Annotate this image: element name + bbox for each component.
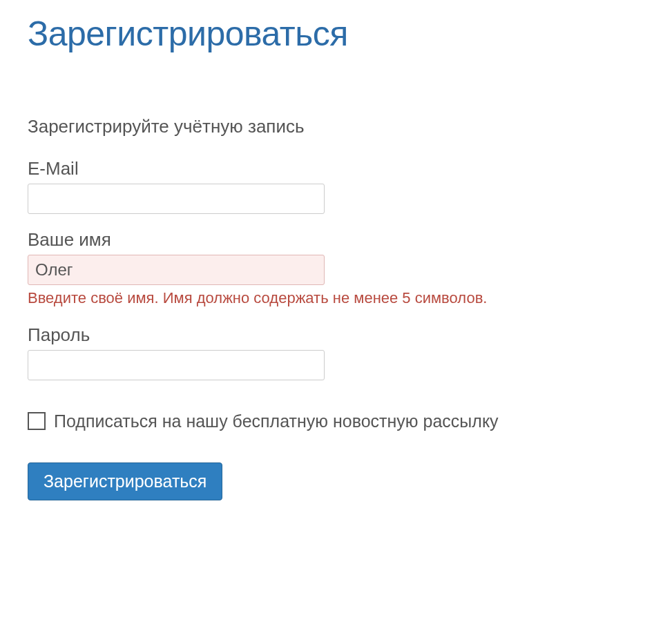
- email-label: E-Mail: [28, 158, 635, 179]
- name-label: Ваше имя: [28, 229, 635, 251]
- newsletter-checkbox[interactable]: [28, 412, 46, 430]
- email-field-group: E-Mail: [28, 158, 635, 214]
- email-input[interactable]: [28, 184, 325, 214]
- form-subheading: Зарегистрируйте учётную запись: [28, 116, 635, 137]
- submit-button[interactable]: Зарегистрироваться: [28, 462, 222, 500]
- page-title: Зарегистрироваться: [28, 14, 635, 54]
- name-input[interactable]: [28, 255, 325, 285]
- name-error-message: Введите своё имя. Имя должно содержать н…: [28, 288, 635, 309]
- newsletter-label: Подписаться на нашу бесплатную новостную…: [54, 411, 499, 431]
- newsletter-row[interactable]: Подписаться на нашу бесплатную новостную…: [28, 411, 635, 431]
- password-field-group: Пароль: [28, 324, 635, 380]
- password-label: Пароль: [28, 324, 635, 346]
- password-input[interactable]: [28, 350, 325, 380]
- name-field-group: Ваше имя Введите своё имя. Имя должно со…: [28, 229, 635, 309]
